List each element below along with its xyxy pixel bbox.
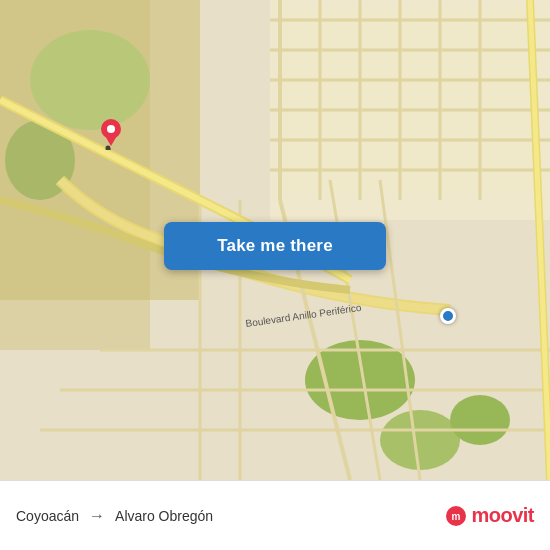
- moovit-icon: m: [445, 505, 467, 527]
- svg-point-8: [450, 395, 510, 445]
- svg-point-34: [107, 125, 115, 133]
- route-info: Coyoacán → Alvaro Obregón: [16, 507, 445, 525]
- svg-text:m: m: [452, 511, 461, 522]
- moovit-logo: m moovit: [445, 504, 534, 527]
- button-label: Take me there: [217, 236, 333, 256]
- origin-dot: [440, 308, 456, 324]
- map-background: Boulevard Anillo Periférico © OpenStreet…: [0, 0, 550, 480]
- svg-point-7: [380, 410, 460, 470]
- moovit-brand-text: moovit: [471, 504, 534, 527]
- bottom-bar: Coyoacán → Alvaro Obregón m moovit: [0, 480, 550, 550]
- route-from: Coyoacán: [16, 508, 79, 524]
- route-to: Alvaro Obregón: [115, 508, 213, 524]
- take-me-there-button[interactable]: Take me there: [164, 222, 386, 270]
- route-arrow-icon: →: [89, 507, 105, 525]
- route-svg: [0, 0, 300, 150]
- map-container: Boulevard Anillo Periférico © OpenStreet…: [0, 0, 550, 480]
- destination-pin: [100, 118, 122, 146]
- svg-marker-33: [104, 134, 118, 146]
